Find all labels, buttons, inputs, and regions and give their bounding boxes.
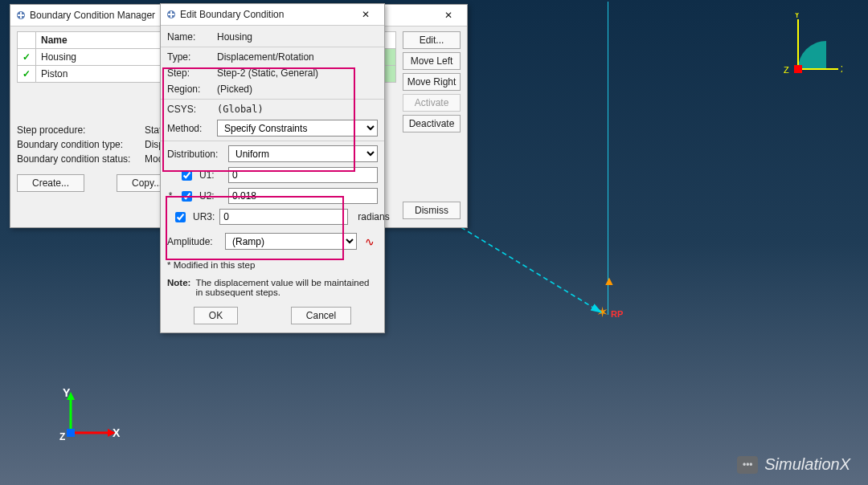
u1-checkbox[interactable] xyxy=(182,170,192,181)
svg-rect-10 xyxy=(67,429,75,437)
bc-csys-value: (Global) xyxy=(217,104,264,115)
move-left-button[interactable]: Move Left xyxy=(403,52,461,70)
check-icon: ✓ xyxy=(18,49,36,66)
ur3-input[interactable] xyxy=(219,209,348,225)
rp-glyph: ✶ xyxy=(596,304,608,320)
deactivate-button[interactable]: Deactivate xyxy=(403,115,461,132)
edit-button[interactable]: Edit... xyxy=(403,31,461,49)
bc-manager-close-button[interactable]: ✕ xyxy=(435,7,462,23)
svg-text:Y: Y xyxy=(63,389,71,399)
wechat-icon: ••• xyxy=(737,456,758,474)
svg-rect-20 xyxy=(168,14,174,15)
edit-bc-title: Edit Boundary Condition xyxy=(180,9,284,20)
app-icon xyxy=(166,9,177,20)
bc-arrow-glyph: ▲ xyxy=(603,274,616,288)
svg-text:Z: Z xyxy=(59,431,65,442)
amplitude-plot-icon[interactable]: ∿ xyxy=(362,235,378,248)
u2-input[interactable] xyxy=(228,188,378,204)
svg-rect-17 xyxy=(18,14,24,16)
note-text: The displacement value will be maintaine… xyxy=(195,278,378,297)
app-icon xyxy=(15,10,27,21)
bc-name-value: Housing xyxy=(217,31,252,43)
u2-checkbox[interactable] xyxy=(182,191,192,202)
svg-text:X: X xyxy=(113,426,121,439)
create-button[interactable]: Create... xyxy=(17,174,84,192)
modified-marker: * xyxy=(167,190,174,202)
view-triad-bottom: X Y Z xyxy=(59,389,124,445)
edit-bc-titlebar[interactable]: Edit Boundary Condition ✕ xyxy=(161,4,384,26)
modified-note: * Modified in this step xyxy=(167,260,378,270)
u2-label: U2: xyxy=(199,190,223,202)
ur3-label: UR3: xyxy=(193,211,215,222)
edit-bc-dialog: Edit Boundary Condition ✕ Name:Housing T… xyxy=(160,3,385,333)
bc-side-buttons: Edit... Move Left Move Right Activate De… xyxy=(403,31,461,219)
bc-manager-title: Boundary Condition Manager xyxy=(30,10,155,21)
rp-label: RP xyxy=(611,309,623,319)
view-triad-top: X Y Z xyxy=(762,13,842,93)
radians-label: radians xyxy=(358,211,389,222)
ur3-checkbox[interactable] xyxy=(175,212,186,222)
activate-button: Activate xyxy=(403,94,461,112)
bc-type-value: Displacement/Rotation xyxy=(217,51,314,63)
note-label: Note: xyxy=(167,278,190,297)
watermark: ••• SimulationX xyxy=(737,455,850,474)
model-edge xyxy=(608,2,608,315)
svg-rect-4 xyxy=(794,65,802,73)
edit-bc-close-button[interactable]: ✕ xyxy=(352,6,379,22)
svg-text:Z: Z xyxy=(784,65,789,75)
amplitude-select[interactable]: (Ramp) xyxy=(225,233,357,250)
distribution-select[interactable]: Uniform xyxy=(228,145,378,162)
bc-step-value: Step-2 (Static, General) xyxy=(217,67,318,79)
check-icon: ✓ xyxy=(18,66,36,83)
u1-input[interactable] xyxy=(228,167,378,183)
ok-button[interactable]: OK xyxy=(194,307,238,324)
reference-point-marker: ▲ ✶ RP xyxy=(596,309,623,319)
svg-text:Y: Y xyxy=(794,13,800,19)
cancel-button[interactable]: Cancel xyxy=(291,307,351,324)
bc-region-value: (Picked) xyxy=(217,84,252,95)
svg-text:X: X xyxy=(841,64,842,74)
watermark-text: SimulationX xyxy=(764,455,850,474)
u1-label: U1: xyxy=(199,169,223,181)
method-select[interactable]: Specify Constraints xyxy=(217,120,378,137)
dismiss-button[interactable]: Dismiss xyxy=(403,202,461,219)
move-right-button[interactable]: Move Right xyxy=(403,73,461,91)
